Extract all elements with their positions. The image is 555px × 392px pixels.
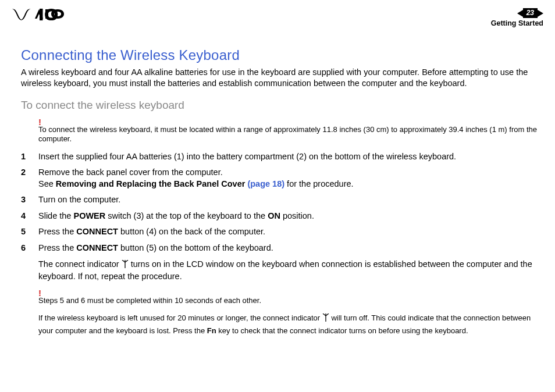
step-text: Press the CONNECT button (5) on the bott…: [38, 243, 542, 254]
step-bold: CONNECT: [76, 227, 118, 236]
intro-paragraph: A wireless keyboard and four AA alkaline…: [21, 67, 542, 88]
step-fragment: for the procedure.: [284, 179, 354, 188]
step-text: Insert the supplied four AA batteries (1…: [38, 151, 542, 163]
step-number: 4: [21, 211, 38, 222]
alert-text-1: To connect the wireless keyboard, it mus…: [38, 125, 542, 144]
page-nav: 23: [517, 8, 543, 18]
step-bold: POWER: [73, 211, 105, 220]
step-fragment: switch (3) at the top of the keyboard to…: [105, 211, 268, 220]
antenna-icon: [322, 313, 329, 325]
alert-block-2: ! Steps 5 and 6 must be completed within…: [38, 288, 542, 305]
note-text: If the wireless keyboard is left unused …: [38, 312, 542, 337]
step-fragment: Press the: [38, 243, 76, 252]
page-header: 23 Getting Started: [0, 0, 555, 27]
step-fragment: See: [38, 179, 56, 188]
step-bold: Removing and Replacing the Back Panel Co…: [56, 179, 248, 188]
step-number: 5: [21, 226, 38, 238]
step-number: 6: [21, 243, 38, 254]
step-text: Slide the POWER switch (3) at the top of…: [38, 211, 542, 222]
follow-text-1: The connect indicator turns on in the LC…: [38, 259, 542, 283]
svg-line-4: [125, 260, 128, 262]
step-fragment: Slide the: [38, 211, 73, 220]
procedure-title: To connect the wireless keyboard: [21, 99, 542, 112]
text-fragment: The connect indicator: [38, 259, 122, 269]
svg-line-7: [323, 313, 326, 316]
alert-text-2: Steps 5 and 6 must be completed within 1…: [38, 296, 542, 305]
vaio-logo: [12, 8, 67, 20]
alert-block-1: ! To connect the wireless keyboard, it m…: [38, 117, 542, 144]
step-fragment: button (4) on the back of the computer.: [118, 227, 265, 236]
step-bold: ON: [268, 211, 280, 220]
text-fragment: key to check that the connect indicator …: [216, 326, 468, 335]
page-title: Connecting the Wireless Keyboard: [21, 47, 542, 63]
step-5: 5 Press the CONNECT button (4) on the ba…: [21, 226, 542, 238]
svg-rect-1: [45, 9, 48, 19]
steps-list: 1 Insert the supplied four AA batteries …: [21, 151, 542, 254]
step-4: 4 Slide the POWER switch (3) at the top …: [21, 211, 542, 222]
step-number: 3: [21, 194, 38, 206]
step-text: Press the CONNECT button (4) on the back…: [38, 226, 542, 238]
page-indicator-group: 23 Getting Started: [491, 8, 543, 27]
step-6: 6 Press the CONNECT button (5) on the bo…: [21, 243, 542, 254]
step-3: 3 Turn on the computer.: [21, 194, 542, 206]
step-text: Remove the back panel cover from the com…: [38, 167, 542, 190]
page-link[interactable]: (page 18): [247, 179, 284, 188]
text-bold: Fn: [207, 326, 216, 335]
step-2: 2 Remove the back panel cover from the c…: [21, 167, 542, 190]
step-bold: CONNECT: [76, 243, 118, 252]
step-number: 2: [21, 167, 38, 190]
text-fragment: If the wireless keyboard is left unused …: [38, 313, 322, 322]
step-fragment: button (5) on the bottom of the keyboard…: [118, 243, 273, 252]
section-name: Getting Started: [491, 19, 543, 27]
step-fragment: Press the: [38, 227, 76, 236]
page-number: 23: [523, 8, 538, 18]
step-line: Remove the back panel cover from the com…: [38, 168, 223, 177]
step-number: 1: [21, 151, 38, 163]
page-content: Connecting the Wireless Keyboard A wirel…: [0, 27, 555, 337]
antenna-icon: [122, 260, 129, 272]
step-text: Turn on the computer.: [38, 194, 542, 206]
next-page-arrow-icon[interactable]: [538, 10, 543, 17]
step-fragment: position.: [280, 211, 314, 220]
svg-line-3: [122, 260, 125, 262]
prev-page-arrow-icon[interactable]: [517, 10, 523, 17]
svg-line-8: [326, 313, 329, 316]
step-1: 1 Insert the supplied four AA batteries …: [21, 151, 542, 163]
